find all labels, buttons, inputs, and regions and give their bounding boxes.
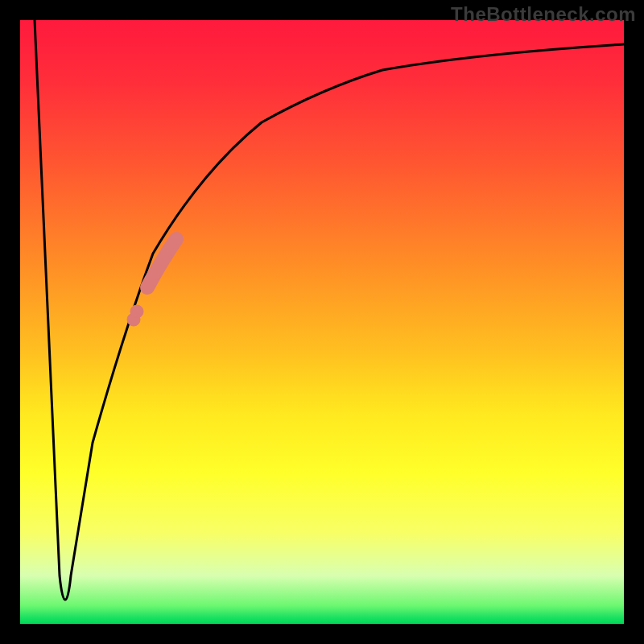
bottleneck-curve xyxy=(35,20,624,600)
chart-svg xyxy=(20,20,624,624)
watermark-text: TheBottleneck.com xyxy=(451,3,636,26)
plot-area xyxy=(20,20,624,624)
highlight-segment xyxy=(127,239,176,326)
svg-point-1 xyxy=(130,305,143,318)
chart-frame: TheBottleneck.com xyxy=(0,0,644,644)
